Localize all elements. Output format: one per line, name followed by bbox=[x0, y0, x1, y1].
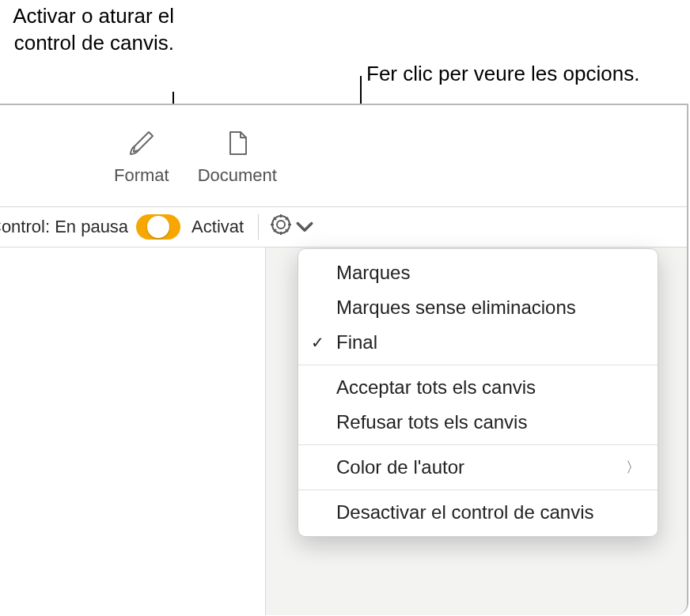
callout-toggle-label: Activar o aturar el control de canvis. bbox=[0, 3, 174, 57]
menu-separator bbox=[298, 444, 658, 445]
options-gear-button[interactable] bbox=[270, 214, 316, 240]
toggle-knob bbox=[147, 216, 169, 238]
menu-item-accept-all[interactable]: Acceptar tots els canvis bbox=[298, 370, 658, 405]
separator bbox=[258, 214, 259, 240]
menu-item-label: Color de l'autor bbox=[336, 456, 464, 478]
gear-icon bbox=[270, 214, 292, 240]
app-window: Format Document Control: En pausa Activa… bbox=[0, 104, 688, 615]
format-label: Format bbox=[114, 165, 169, 186]
menu-item-label: Marques sense eliminacions bbox=[336, 297, 576, 319]
menu-item-author-color[interactable]: Color de l'autor 〉 bbox=[298, 450, 658, 485]
callout-options-label: Fer clic per veure les opcions. bbox=[366, 61, 639, 88]
menu-item-label: Final bbox=[336, 331, 377, 353]
document-button[interactable]: Document bbox=[198, 129, 277, 186]
tracking-on-label: Activat bbox=[191, 217, 244, 237]
check-icon: ✓ bbox=[311, 333, 324, 352]
format-button[interactable]: Format bbox=[114, 129, 169, 186]
document-icon bbox=[223, 129, 252, 162]
menu-item-label: Refusar tots els canvis bbox=[336, 411, 527, 433]
menu-item-turn-off-tracking[interactable]: Desactivar el control de canvis bbox=[298, 495, 658, 530]
options-menu: Marques Marques sense eliminacions ✓ Fin… bbox=[298, 248, 658, 537]
menu-item-reject-all[interactable]: Refusar tots els canvis bbox=[298, 405, 658, 440]
menu-separator bbox=[298, 489, 658, 490]
menu-item-label: Desactivar el control de canvis bbox=[336, 501, 593, 523]
tracking-status: Control: En pausa bbox=[0, 217, 128, 237]
paintbrush-icon bbox=[127, 129, 156, 162]
chevron-right-icon: 〉 bbox=[626, 458, 640, 477]
menu-item-final[interactable]: ✓ Final bbox=[298, 325, 658, 360]
chevron-down-icon bbox=[294, 215, 316, 242]
menu-item-label: Acceptar tots els canvis bbox=[336, 376, 536, 399]
svg-point-0 bbox=[277, 221, 285, 229]
tracking-toggle[interactable] bbox=[136, 214, 180, 240]
tracking-bar: Control: En pausa Activat bbox=[0, 206, 687, 248]
menu-item-markup[interactable]: Marques bbox=[298, 255, 658, 290]
menu-item-markup-no-deletions[interactable]: Marques sense eliminacions bbox=[298, 290, 658, 325]
menu-item-label: Marques bbox=[336, 262, 410, 284]
toolbar: Format Document bbox=[114, 129, 277, 186]
menu-separator bbox=[298, 365, 658, 365]
document-label: Document bbox=[198, 165, 277, 186]
